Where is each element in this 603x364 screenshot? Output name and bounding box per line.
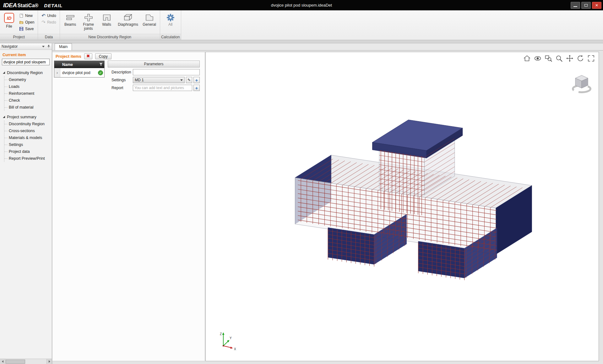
viewport-toolbar [523, 55, 595, 62]
description-label: Description [108, 70, 132, 74]
scroll-left-button[interactable] [0, 359, 5, 364]
row-expander[interactable]: › [54, 68, 60, 77]
nav-item-summary-discontinuity-region[interactable]: Discontinuity Region [4, 120, 52, 127]
file-button-label: File [6, 24, 12, 29]
zoom-fit-button[interactable] [523, 55, 531, 62]
maximize-button[interactable] [581, 2, 591, 9]
scroll-right-icon [49, 360, 50, 363]
nav-item-loads[interactable]: Loads [4, 83, 52, 90]
add-report-button[interactable]: + [193, 85, 200, 91]
description-input[interactable] [133, 69, 200, 75]
open-button[interactable]: Open [18, 19, 35, 25]
general-region-icon [145, 13, 154, 23]
redo-button-label: Redo [47, 20, 56, 24]
idea-file-icon: ID [4, 13, 14, 23]
open-button-label: Open [25, 20, 34, 24]
calculate-all-button[interactable]: All [162, 12, 179, 27]
document-tabstrip: Main [52, 43, 603, 51]
rotate-button[interactable] [577, 55, 584, 62]
scroll-right-button[interactable] [46, 359, 52, 364]
nav-item-project-data[interactable]: Project data [4, 148, 52, 155]
current-item-input[interactable] [2, 59, 50, 65]
pan-button[interactable] [566, 55, 573, 62]
navigator-horizontal-scrollbar[interactable] [0, 359, 52, 364]
nav-section-label: Discontinuity Region [7, 71, 43, 75]
nav-item-report-preview-print[interactable]: Report Preview/Print [4, 155, 52, 162]
redo-button[interactable]: ↷ Redo [40, 19, 57, 25]
zoom-window-button[interactable] [545, 55, 552, 62]
copy-item-button[interactable]: Copy [95, 53, 111, 59]
minimize-button[interactable] [571, 2, 580, 9]
save-button[interactable]: Save [18, 26, 35, 32]
ribbon-group-label-region: New Discontinuity Region [60, 34, 160, 40]
table-row[interactable]: › dvojice pilot pod ✓ [54, 68, 104, 77]
walls-button-label: Walls [102, 23, 111, 27]
add-settings-button[interactable]: + [193, 77, 200, 83]
file-button[interactable]: ID File [2, 12, 16, 29]
table-header-name[interactable]: Name [54, 61, 104, 68]
delete-item-button[interactable]: ✖ [84, 53, 92, 59]
walls-button[interactable]: Walls [99, 12, 115, 27]
scroll-left-icon [2, 360, 3, 363]
navigator-dropdown-icon[interactable] [42, 46, 45, 47]
tree-expander-icon[interactable] [3, 116, 5, 118]
navigation-cube[interactable] [570, 72, 594, 95]
view-button[interactable] [534, 55, 541, 62]
tree-expander-icon[interactable] [3, 72, 5, 74]
fullscreen-icon [587, 55, 595, 62]
report-label: Report [108, 86, 132, 90]
nav-item-check[interactable]: Check [4, 97, 52, 104]
nav-item-bill-of-material[interactable]: Bill of material [4, 104, 52, 111]
ribbon-group-label-data: Data [38, 34, 59, 40]
pan-arrows-icon [566, 55, 573, 62]
new-button[interactable]: New [18, 13, 35, 19]
nav-item-settings[interactable]: Settings [4, 141, 52, 148]
pin-icon[interactable] [47, 45, 50, 48]
nav-item-cross-sections[interactable]: Cross-sections [4, 127, 52, 134]
rotate-icon [577, 55, 584, 62]
edit-settings-button[interactable]: ✎ [186, 77, 192, 83]
nav-item-materials-models[interactable]: Materials & models [4, 134, 52, 141]
x-axis-label: X [234, 347, 236, 351]
report-input[interactable] [133, 85, 192, 91]
undo-button[interactable]: ↶ Undo [40, 13, 57, 19]
nav-item-reinforcement[interactable]: Reinforcement [4, 90, 52, 97]
ribbon-group-region: Beams Frame joints Walls Diaphragms [60, 10, 160, 40]
plus-icon: + [195, 86, 198, 90]
nav-item-geometry[interactable]: Geometry [4, 76, 52, 83]
navigator-panel: Navigator Current item Discontinuity Reg… [0, 43, 52, 364]
nav-section-project-summary[interactable]: Project summary [0, 113, 52, 120]
diaphragms-button[interactable]: Diaphragms [117, 12, 139, 27]
navigator-header-label: Navigator [2, 44, 18, 49]
frame-joints-button[interactable]: Frame joints [80, 12, 97, 31]
zoom-button[interactable] [555, 55, 563, 62]
chevron-right-icon: › [57, 71, 58, 75]
3d-model-canvas[interactable] [206, 52, 599, 361]
axis-origin [223, 345, 224, 346]
calculate-all-label: All [168, 23, 172, 27]
close-button[interactable]: ✕ [592, 2, 601, 9]
general-button[interactable]: General [141, 12, 158, 27]
nav-section-discontinuity-region[interactable]: Discontinuity Region [0, 69, 52, 76]
undo-button-label: Undo [47, 13, 56, 18]
navigator-tree: Discontinuity Region Geometry Loads Rein… [0, 69, 52, 359]
current-item-label: Current item [0, 50, 52, 59]
beams-button[interactable]: Beams [62, 12, 79, 27]
z-axis-label: Z [220, 332, 222, 336]
diaphragms-button-label: Diaphragms [118, 23, 138, 27]
delete-x-icon: ✖ [86, 54, 90, 58]
beams-button-label: Beams [64, 23, 76, 27]
ribbon-group-calculation: All Calculation [160, 10, 181, 40]
status-ok-icon: ✓ [98, 70, 103, 75]
settings-dropdown[interactable]: MD 1 [133, 77, 185, 83]
ribbon-group-label-calculation: Calculation [160, 34, 181, 40]
window-controls: ✕ [571, 2, 601, 9]
3d-viewport[interactable]: Z Y X [205, 52, 599, 361]
save-button-label: Save [25, 27, 34, 31]
home-icon [523, 55, 531, 62]
fullscreen-button[interactable] [587, 55, 595, 62]
scrollbar-thumb[interactable] [6, 360, 25, 364]
tab-main[interactable]: Main [55, 43, 72, 50]
settings-dropdown-value: MD 1 [135, 78, 144, 82]
filter-funnel-icon[interactable] [99, 63, 103, 66]
